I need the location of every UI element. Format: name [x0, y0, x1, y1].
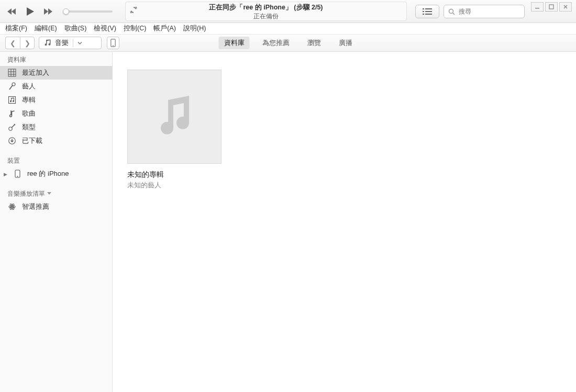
svg-rect-5	[425, 14, 432, 15]
tab-library[interactable]: 資料庫	[219, 37, 250, 49]
sidebar: 資料庫 最近加入 藝人 專輯 歌曲 類型	[0, 52, 113, 392]
sidebar-item-artists[interactable]: 藝人	[0, 80, 112, 93]
svg-point-27	[17, 176, 18, 177]
next-track-button[interactable]	[41, 5, 54, 18]
tab-radio[interactable]: 廣播	[334, 37, 358, 49]
svg-rect-1	[425, 8, 432, 9]
music-note-icon	[7, 109, 17, 118]
window-maximize-button[interactable]	[545, 2, 558, 12]
sidebar-header-devices: 裝置	[0, 153, 112, 167]
chevron-down-icon	[77, 39, 82, 47]
sync-status-subtitle: 正在備份	[126, 13, 406, 20]
svg-point-13	[113, 45, 114, 46]
sync-status-title: 正在同步「ree 的 iPhone」 (步驟 2/5)	[126, 3, 406, 12]
guitar-icon	[7, 123, 17, 131]
menu-edit[interactable]: 編輯(E)	[35, 24, 57, 33]
sidebar-header-playlists[interactable]: 音樂播放清單	[0, 186, 112, 200]
window-minimize-button[interactable]	[531, 2, 544, 12]
svg-line-7	[453, 13, 455, 15]
sidebar-header-library: 資料庫	[0, 52, 112, 66]
phone-icon	[110, 39, 116, 47]
menu-help[interactable]: 說明(H)	[183, 24, 206, 33]
sidebar-item-genres[interactable]: 類型	[0, 120, 112, 134]
sidebar-item-label: 歌曲	[22, 109, 36, 118]
disclosure-triangle-icon[interactable]	[3, 171, 7, 177]
device-button[interactable]	[107, 37, 119, 49]
category-selector-label: 音樂	[55, 38, 69, 48]
album-artist: 未知的藝人	[127, 181, 221, 190]
svg-point-6	[449, 9, 453, 13]
album-title: 未知的專輯	[127, 170, 221, 180]
sidebar-item-label: 已下載	[22, 136, 42, 145]
music-note-icon	[148, 91, 201, 143]
album-art-placeholder	[127, 70, 221, 164]
sidebar-item-label: 智選推薦	[22, 202, 49, 211]
svg-rect-0	[423, 8, 424, 9]
svg-rect-8	[535, 8, 539, 9]
secondary-toolbar: ❮ ❯ 音樂 資料庫 為您推薦 瀏覽 廣播	[0, 35, 576, 52]
music-note-icon	[43, 39, 51, 48]
nav-back-button[interactable]: ❮	[5, 37, 20, 49]
svg-rect-3	[425, 11, 432, 12]
sidebar-item-recent[interactable]: 最近加入	[0, 66, 112, 80]
menu-song[interactable]: 歌曲(S)	[64, 24, 87, 33]
play-button[interactable]	[21, 3, 39, 20]
menu-file[interactable]: 檔案(F)	[5, 24, 27, 33]
category-selector[interactable]: 音樂	[39, 37, 102, 49]
search-input[interactable]	[444, 5, 525, 18]
svg-point-28	[12, 206, 13, 208]
player-bar: 正在同步「ree 的 iPhone」 (步驟 2/5) 正在備份	[0, 0, 576, 23]
album-tile[interactable]: 未知的專輯 未知的藝人	[127, 70, 221, 190]
volume-slider[interactable]	[60, 10, 116, 13]
menu-bar: 檔案(F) 編輯(E) 歌曲(S) 檢視(V) 控制(C) 帳戶(A) 說明(H…	[0, 23, 576, 35]
svg-rect-2	[423, 11, 424, 12]
album-icon	[7, 96, 17, 104]
sidebar-item-device[interactable]: ree 的 iPhone	[0, 167, 112, 181]
genius-icon	[7, 203, 17, 211]
menu-control[interactable]: 控制(C)	[124, 24, 146, 33]
sidebar-item-songs[interactable]: 歌曲	[0, 107, 112, 120]
svg-rect-21	[9, 97, 16, 104]
window-close-button[interactable]	[559, 2, 572, 12]
tab-browse[interactable]: 瀏覽	[302, 37, 326, 49]
sidebar-item-label: 最近加入	[22, 68, 49, 77]
download-icon	[7, 137, 17, 145]
tab-recommend[interactable]: 為您推薦	[257, 37, 295, 49]
sync-status-panel: 正在同步「ree 的 iPhone」 (步驟 2/5) 正在備份	[125, 2, 407, 21]
menu-account[interactable]: 帳戶(A)	[153, 24, 176, 33]
sidebar-item-label: ree 的 iPhone	[27, 169, 69, 178]
svg-rect-4	[423, 14, 424, 15]
list-view-button[interactable]	[415, 5, 439, 18]
microphone-icon	[7, 82, 17, 91]
sidebar-item-albums[interactable]: 專輯	[0, 93, 112, 107]
sidebar-item-downloaded[interactable]: 已下載	[0, 134, 112, 148]
svg-line-23	[12, 125, 15, 128]
phone-icon	[13, 170, 22, 178]
sidebar-item-label: 類型	[22, 122, 36, 132]
sidebar-item-label: 藝人	[22, 82, 36, 91]
sync-icon	[129, 5, 138, 15]
menu-view[interactable]: 檢視(V)	[94, 24, 116, 33]
content-area: 未知的專輯 未知的藝人	[113, 52, 576, 392]
svg-rect-9	[549, 5, 553, 9]
search-icon	[448, 8, 455, 15]
nav-forward-button[interactable]: ❯	[20, 37, 35, 49]
svg-line-20	[9, 85, 13, 89]
grid-icon	[7, 69, 17, 77]
previous-track-button[interactable]	[5, 5, 19, 18]
sidebar-item-label: 專輯	[22, 95, 36, 105]
sidebar-item-genius[interactable]: 智選推薦	[0, 200, 112, 214]
svg-rect-14	[8, 69, 16, 76]
